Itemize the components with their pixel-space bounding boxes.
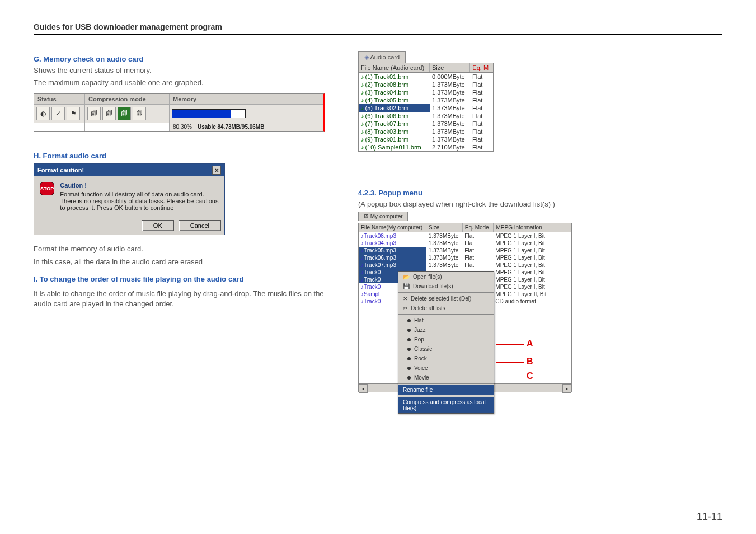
- pop-head-eq[interactable]: Eq. Mode: [463, 223, 494, 232]
- audio-card-table: File Name (Audio card) Size Eq. M ♪(1) T…: [358, 63, 494, 152]
- audio-card-tab[interactable]: ◈ Audio card: [358, 51, 406, 63]
- col-size[interactable]: Size: [430, 63, 470, 72]
- menu-compress[interactable]: Compress and compress as local file(s): [398, 397, 494, 413]
- col-eq[interactable]: Eq. M: [470, 63, 493, 72]
- menu-delete-all[interactable]: ✂Delete all lists: [398, 303, 494, 313]
- eq-rock[interactable]: Rock: [398, 354, 494, 363]
- section-g-line2: The maximum capacity and usable one are …: [34, 78, 325, 88]
- status-label: Status: [34, 94, 84, 105]
- caution-title: Caution !: [60, 182, 219, 189]
- note-icon: ♪: [361, 81, 364, 88]
- eq-jazz[interactable]: Jazz: [398, 325, 494, 335]
- pop-head-file[interactable]: File Name(My computer): [359, 223, 426, 232]
- section-g-line1: Shows the current status of memory.: [34, 65, 325, 76]
- section-423-sub: (A popup box displayed when right-click …: [358, 199, 672, 209]
- table-row[interactable]: ♪(9) Track01.brm1.373MByteFlat: [359, 135, 493, 143]
- list-item[interactable]: ♪Track06.mp31.373MByteFlatMPEG 1 Layer I…: [359, 254, 571, 261]
- scroll-left-icon[interactable]: ◂: [359, 384, 368, 393]
- list-item[interactable]: ♪Track04.mp31.373MByteFlatMPEG 1 Layer I…: [359, 240, 571, 247]
- dialog-title-text: Format caution!: [37, 167, 84, 174]
- section-h-title: H. Format audio card: [34, 152, 325, 160]
- table-row[interactable]: ♪(3) Track04.brm1.373MByteFlat: [359, 88, 493, 96]
- comp-icon-1[interactable]: 🗐: [87, 107, 101, 120]
- pop-head-size[interactable]: Size: [426, 223, 463, 232]
- comp-icon-3-active[interactable]: 🗐: [118, 107, 131, 120]
- col-file[interactable]: File Name (Audio card): [359, 63, 430, 72]
- page-header: Guides for USB downloader management pro…: [34, 22, 722, 35]
- note-icon: ♪: [361, 298, 364, 305]
- list-item[interactable]: ♪Track05.mp31.373MByteFlatMPEG 1 Layer I…: [359, 247, 571, 254]
- memory-panel: Status ◐ ✓ ⚑ Compression mode 🗐 🗐 🗐 🗐 Me…: [34, 93, 325, 132]
- bullet-icon: [407, 319, 411, 322]
- memory-bar: [172, 109, 246, 118]
- scroll-right-icon[interactable]: ▸: [562, 384, 571, 393]
- note-icon: ♪: [361, 269, 364, 275]
- status-icon-flag[interactable]: ⚑: [67, 107, 80, 120]
- my-computer-label: My computer: [370, 213, 403, 219]
- note-icon: ♪: [361, 247, 364, 254]
- section-g-title: G. Memory check on audio card: [34, 55, 325, 63]
- menu-download[interactable]: 💾Download file(s): [398, 282, 494, 291]
- list-item[interactable]: ♪Track08.mp31.373MByteFlatMPEG 1 Layer I…: [359, 232, 571, 240]
- note-icon: ♪: [361, 113, 364, 119]
- table-row[interactable]: ♪(7) Track07.brm1.373MByteFlat: [359, 120, 493, 128]
- popup-panel: File Name(My computer) Size Eq. Mode MEP…: [358, 223, 572, 392]
- bullet-icon: [407, 338, 411, 341]
- table-row[interactable]: ♪(4) Track05.brm1.373MByteFlat: [359, 96, 493, 104]
- scissors-icon: ✂: [403, 305, 407, 311]
- note-icon: ♪: [361, 136, 364, 143]
- context-menu: 📂Open file(s) 💾Download file(s) ✕Delete …: [398, 271, 494, 414]
- bullet-icon: [407, 329, 411, 332]
- status-icon-spin[interactable]: ◐: [36, 107, 50, 120]
- my-computer-tab[interactable]: 🖥 My computer: [358, 212, 408, 221]
- bullet-icon: [407, 357, 411, 360]
- bullet-icon: [407, 367, 411, 370]
- table-row[interactable]: ♪(10) Sample011.brm2.710MByteFlat: [359, 143, 493, 151]
- status-icon-check[interactable]: ✓: [51, 107, 65, 120]
- annotation-a: A: [527, 339, 533, 349]
- note-icon: ♪: [361, 144, 364, 151]
- comp-icon-2[interactable]: 🗐: [102, 107, 116, 120]
- annotation-c: C: [527, 371, 533, 381]
- menu-rename[interactable]: Rename file: [398, 385, 494, 395]
- note-icon: ♪: [361, 255, 364, 261]
- menu-delete-selected[interactable]: ✕Delete selected list (Del): [398, 294, 494, 303]
- eq-classic[interactable]: Classic: [398, 344, 494, 354]
- compression-label: Compression mode: [85, 94, 169, 105]
- ok-button[interactable]: OK: [142, 220, 174, 231]
- eq-voice[interactable]: Voice: [398, 363, 494, 373]
- cancel-button[interactable]: Cancel: [179, 220, 221, 231]
- note-icon: ♪: [361, 240, 364, 246]
- table-row[interactable]: ♪(5) Track02.brm1.373MByteFlat: [359, 104, 493, 112]
- menu-open[interactable]: 📂Open file(s): [398, 272, 494, 282]
- open-icon: 📂: [403, 274, 410, 280]
- table-row[interactable]: ♪(8) Track03.brm1.373MByteFlat: [359, 128, 493, 135]
- eq-pop[interactable]: Pop: [398, 335, 494, 344]
- bullet-icon: [407, 376, 411, 380]
- table-row[interactable]: ♪(6) Track06.brm1.373MByteFlat: [359, 112, 493, 120]
- close-icon[interactable]: ✕: [212, 166, 221, 175]
- section-i-title: I. To change the order of music file pla…: [34, 275, 325, 283]
- bullet-icon: [407, 348, 411, 351]
- list-item[interactable]: ♪Track07.mp31.373MByteFlatMPEG 1 Layer I…: [359, 261, 571, 269]
- eq-movie[interactable]: Movie: [398, 373, 494, 382]
- table-row[interactable]: ♪(1) Track01.brm0.000MByteFlat: [359, 73, 493, 81]
- annotation-b: B: [527, 357, 533, 367]
- section-423-title: 4.2.3. Popup menu: [358, 189, 672, 197]
- computer-icon: 🖥: [363, 213, 369, 219]
- table-row[interactable]: ♪(2) Track08.brm1.373MByteFlat: [359, 81, 493, 88]
- note-icon: ♪: [361, 120, 364, 127]
- note-icon: ♪: [361, 262, 364, 268]
- section-h-after1: Format the memory of audio card.: [34, 244, 325, 254]
- page-number: 11-11: [697, 511, 722, 523]
- pop-head-info[interactable]: MEPG Information: [494, 223, 571, 232]
- note-icon: ♪: [361, 277, 364, 283]
- note-icon: ♪: [361, 89, 364, 96]
- caution-body: Format function will destroy all of data…: [60, 191, 219, 211]
- eq-flat[interactable]: Flat: [398, 316, 494, 325]
- comp-icon-4[interactable]: 🗐: [133, 107, 146, 120]
- note-icon: ♪: [361, 291, 364, 297]
- note-icon: ♪: [361, 105, 364, 111]
- memory-percent: 80.30%: [173, 124, 192, 130]
- section-h-after2: In this case, all the data in the audio …: [34, 257, 325, 267]
